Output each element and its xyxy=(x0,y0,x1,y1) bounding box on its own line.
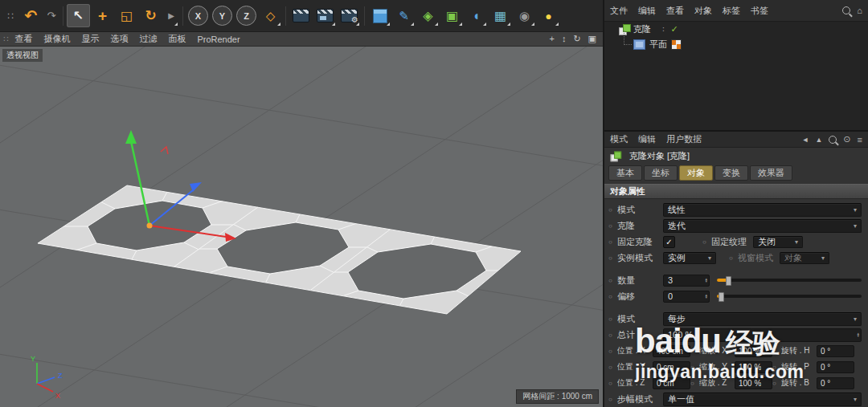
step-mode-dropdown[interactable]: 每步▾ xyxy=(663,312,862,326)
om-menu-file[interactable]: 文件 xyxy=(610,5,628,17)
render-settings-button[interactable]: ⚙ xyxy=(338,4,361,27)
coordinate-system-button[interactable]: ◇ xyxy=(259,4,282,27)
object-row-cloner[interactable]: 克隆 ∶ ✓ xyxy=(604,22,868,37)
add-generator-button[interactable]: ◈ xyxy=(416,4,440,27)
om-menu-tags[interactable]: 标签 xyxy=(723,5,740,17)
lock-x-axis-button[interactable]: X xyxy=(186,4,210,27)
anim-dot-icon[interactable]: ○ xyxy=(608,364,617,371)
viewport-menu-options[interactable]: 选项 xyxy=(110,33,128,45)
anim-dot-icon[interactable]: ○ xyxy=(729,254,738,262)
add-spline-button[interactable]: ✎ xyxy=(392,4,416,27)
add-camera-button[interactable]: ◉ xyxy=(513,4,536,27)
fix-clone-checkbox[interactable]: ✓ xyxy=(663,236,675,248)
visibility-dots-icon[interactable]: ∶ xyxy=(662,40,665,49)
visibility-dots-icon[interactable]: ∶ xyxy=(662,25,665,34)
home-icon[interactable]: ⌂ xyxy=(857,6,862,15)
viewport-menu-filter[interactable]: 过滤 xyxy=(139,33,157,45)
rotate-view-icon[interactable]: ↻ xyxy=(573,34,580,44)
position-z-field[interactable]: 0 cm xyxy=(653,377,690,389)
anim-dot-icon[interactable]: ○ xyxy=(690,380,699,387)
anim-dot-icon[interactable]: ○ xyxy=(608,332,617,339)
position-y-field[interactable]: 0 cm xyxy=(653,361,690,373)
scale-tool-button[interactable]: ◱ xyxy=(115,4,138,27)
add-deformer-button[interactable]: ◖ xyxy=(465,4,488,27)
om-menu-object[interactable]: 对象 xyxy=(694,5,712,17)
add-light-button[interactable]: ● xyxy=(537,4,560,27)
viewport-menu-camera[interactable]: 摄像机 xyxy=(43,33,70,45)
am-menu-mode[interactable]: 模式 xyxy=(610,133,628,145)
gizmo-origin[interactable] xyxy=(147,223,153,229)
lock-z-axis-button[interactable]: Z xyxy=(235,4,258,27)
anim-dot-icon[interactable]: ○ xyxy=(690,364,699,371)
viewport-mode-dropdown[interactable]: 对象▾ xyxy=(780,252,829,264)
am-menu-userdata[interactable]: 用户数据 xyxy=(666,133,702,145)
maximize-view-icon[interactable]: ▣ xyxy=(588,34,596,44)
am-menu-edit[interactable]: 编辑 xyxy=(638,133,656,145)
add-environment-button[interactable]: ▦ xyxy=(489,4,512,27)
position-x-field[interactable]: 400 cm xyxy=(653,345,690,357)
offset-field[interactable]: 0▴▾ xyxy=(663,291,710,303)
last-tool-button[interactable]: ▶ xyxy=(163,4,179,27)
tab-transform[interactable]: 变换 xyxy=(714,165,748,181)
offset-slider[interactable] xyxy=(717,295,862,298)
scale-y-field[interactable]: 100 % xyxy=(735,361,772,373)
pin-icon[interactable]: ⊙ xyxy=(843,134,850,144)
anim-dot-icon[interactable]: ○ xyxy=(608,222,617,230)
viewport-menu-display[interactable]: 显示 xyxy=(81,33,99,45)
zoom-view-icon[interactable]: ↕ xyxy=(562,34,567,44)
anim-dot-icon[interactable]: ○ xyxy=(608,396,617,403)
anim-dot-icon[interactable]: ○ xyxy=(772,348,781,355)
enabled-check-icon[interactable]: ✓ xyxy=(671,24,678,35)
count-field[interactable]: 3▴▾ xyxy=(663,275,710,287)
spinner-icon[interactable]: ▴▾ xyxy=(702,278,707,283)
spinner-icon[interactable]: ▴▾ xyxy=(702,294,707,299)
select-tool-button[interactable]: ↖ xyxy=(67,4,90,27)
anim-dot-icon[interactable]: ○ xyxy=(772,380,781,387)
viewport-menu-view[interactable]: 查看 xyxy=(14,33,32,45)
search-icon[interactable] xyxy=(829,136,837,144)
history-back-icon[interactable]: ◄ xyxy=(802,136,809,144)
om-menu-bookmarks[interactable]: 书签 xyxy=(751,5,768,17)
add-mograph-button[interactable]: ▣ xyxy=(440,4,464,27)
history-up-icon[interactable]: ▲ xyxy=(815,136,822,144)
menubar-grip-icon[interactable]: ∷ xyxy=(3,35,8,43)
menu-icon[interactable]: ≡ xyxy=(858,135,862,144)
add-primitive-button[interactable] xyxy=(368,4,391,27)
toolbar-grip[interactable]: ∷ xyxy=(2,4,18,27)
undo-button[interactable]: ↶ xyxy=(19,4,43,27)
anim-dot-icon[interactable]: ○ xyxy=(772,364,781,371)
pan-view-icon[interactable]: + xyxy=(549,34,554,44)
tab-basic[interactable]: 基本 xyxy=(608,165,642,181)
tab-object[interactable]: 对象 xyxy=(679,165,713,181)
rotation-h-field[interactable]: 0 ° xyxy=(817,345,854,357)
count-slider[interactable] xyxy=(717,279,862,282)
om-menu-edit[interactable]: 编辑 xyxy=(638,5,656,17)
viewport-menu-prorender[interactable]: ProRender xyxy=(197,35,240,44)
viewport-scene[interactable]: Y Z X xyxy=(0,47,603,407)
scale-x-field[interactable]: 100 % xyxy=(735,345,772,357)
object-label[interactable]: 克隆 xyxy=(633,23,651,35)
fix-texture-dropdown[interactable]: 关闭▾ xyxy=(753,236,803,248)
texture-tag-icon[interactable] xyxy=(671,39,682,50)
rotate-tool-button[interactable]: ↻ xyxy=(139,4,162,27)
anim-dot-icon[interactable]: ○ xyxy=(608,348,617,355)
render-picture-viewer-button[interactable] xyxy=(313,4,337,27)
anim-dot-icon[interactable]: ○ xyxy=(608,254,617,262)
object-row-plane[interactable]: 平面 ∶ xyxy=(604,37,868,52)
anim-dot-icon[interactable]: ○ xyxy=(608,238,617,246)
search-icon[interactable] xyxy=(842,6,850,14)
instance-mode-dropdown[interactable]: 实例▾ xyxy=(663,252,716,264)
lock-y-axis-button[interactable]: Y xyxy=(211,4,234,27)
spinner-icon[interactable]: ▴▾ xyxy=(854,332,859,337)
rotation-p-field[interactable]: 0 ° xyxy=(817,361,854,373)
perspective-viewport[interactable]: Y Z X 透视视图 网格间距 : 1000 cm xyxy=(0,47,603,407)
tab-effectors[interactable]: 效果器 xyxy=(750,165,792,181)
anim-dot-icon[interactable]: ○ xyxy=(702,238,711,246)
mode-dropdown[interactable]: 线性▾ xyxy=(663,203,862,217)
stride-mode-dropdown[interactable]: 单一值▾ xyxy=(663,393,862,406)
move-tool-button[interactable]: + xyxy=(91,4,114,27)
anim-dot-icon[interactable]: ○ xyxy=(608,206,617,214)
view-label[interactable]: 透视视图 xyxy=(2,49,43,62)
om-menu-view[interactable]: 查看 xyxy=(666,5,684,17)
render-view-button[interactable] xyxy=(289,4,313,27)
